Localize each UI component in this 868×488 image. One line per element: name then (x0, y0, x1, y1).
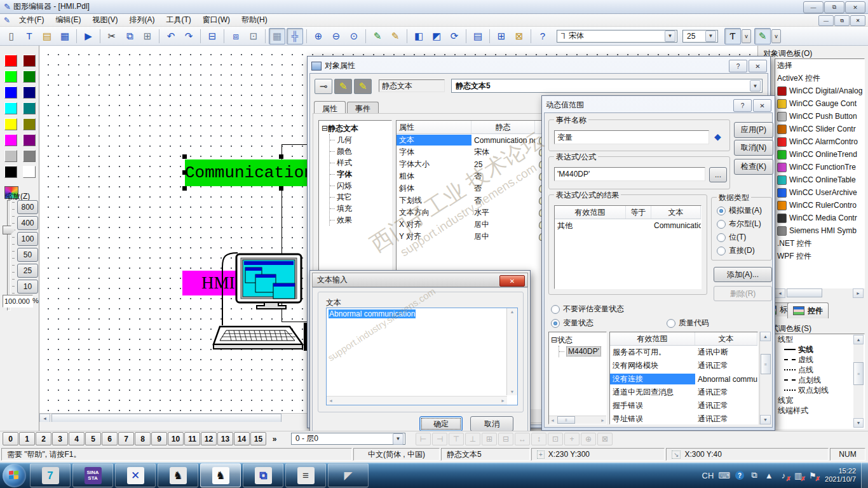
layer-button-9[interactable]: 9 (151, 432, 167, 445)
status-row[interactable]: 握手错误通讯正常 (610, 399, 757, 412)
textarea-vscrollbar[interactable]: ▲ ▼ (506, 308, 517, 395)
canvas-computer-clipart[interactable] (210, 249, 311, 358)
radio-直接(D)[interactable]: 直接(D) (717, 245, 755, 256)
new-text-button[interactable]: T (21, 28, 37, 44)
align-tool-4[interactable]: ⊞ (482, 433, 497, 445)
text-input-textarea[interactable]: Abnormal communication ▲ ▼ ◄ ► (326, 308, 518, 405)
tree-root[interactable]: ⊟ 静态文本 (322, 123, 391, 134)
style-item[interactable]: 点线 (775, 365, 864, 375)
layer-combo[interactable]: 0 - 层0 ▼ (291, 433, 405, 445)
menu-item-V[interactable]: 视图(V) (87, 13, 123, 27)
column-header[interactable]: 等于 (626, 206, 651, 219)
mdi-close-button[interactable]: ✕ (850, 15, 865, 26)
text-color-button[interactable]: Ƭ (724, 28, 741, 44)
menu-item-A[interactable]: 排列(A) (124, 13, 159, 27)
zoom-value-field[interactable]: 100.000 (3, 295, 33, 308)
cancel-button[interactable]: 取消(N) (734, 140, 773, 156)
align-tool-3[interactable]: ⊥ (465, 433, 480, 445)
scroll-left-icon[interactable]: ◄ (39, 414, 50, 422)
color-swatch[interactable] (4, 134, 17, 146)
mdi-minimize-button[interactable]: — (818, 15, 834, 26)
zoom-preset-10[interactable]: 10 (17, 280, 38, 294)
scroll-right-icon[interactable]: ► (853, 288, 864, 298)
cancel-button[interactable]: 取消 (470, 416, 513, 431)
zoom-out-button[interactable]: ⊖ (328, 28, 344, 44)
color-swatch[interactable] (23, 150, 36, 162)
align-tool-8[interactable]: ⊡ (548, 433, 563, 445)
text-color-dropdown[interactable]: v (742, 29, 751, 43)
tree-item-效果[interactable]: 效果 (330, 214, 391, 226)
check-button[interactable]: 检查(K) (734, 159, 773, 175)
tray-language-ch[interactable]: CH (702, 471, 714, 480)
close-button[interactable]: ✕ (749, 60, 767, 72)
help-button[interactable]: ? (729, 60, 747, 72)
scroll-down-icon[interactable]: ▼ (760, 415, 771, 424)
browse-button[interactable]: ... (709, 167, 727, 182)
expand-icon[interactable]: ⊟ (322, 124, 328, 133)
layer-button-13[interactable]: 13 (217, 432, 233, 445)
color-swatch[interactable] (4, 166, 17, 178)
selection-handle[interactable] (279, 186, 283, 191)
column-header[interactable]: 属性 (397, 121, 471, 133)
expression-field[interactable]: 'M440DP' (554, 167, 705, 181)
undo-button[interactable]: ↶ (163, 28, 179, 44)
language-button[interactable]: ⊠ (511, 28, 527, 44)
object-palette-button[interactable]: ⊡ (245, 28, 262, 44)
color-swatch[interactable] (4, 71, 17, 83)
textarea-hscrollbar[interactable]: ◄ ► (327, 396, 507, 405)
mdi-restore-button[interactable]: ⧉ (834, 15, 850, 26)
color-swatch[interactable] (4, 102, 17, 114)
style-item[interactable]: 线型 (775, 334, 864, 344)
layer-button-10[interactable]: 10 (168, 432, 184, 445)
restore-button[interactable]: ⧉ (824, 1, 844, 13)
color-swatch[interactable] (4, 55, 17, 67)
taskbar-clock[interactable]: 15:22 2021/10/7 (825, 467, 856, 484)
layer-button-0[interactable]: 0 (3, 432, 18, 445)
palette-item[interactable]: WinCC FunctionTre (775, 161, 864, 173)
selection-handle[interactable] (182, 170, 187, 175)
layer-button-5[interactable]: 5 (85, 432, 101, 445)
add-button[interactable]: 添加(A)... (714, 267, 772, 282)
scroll-thumb[interactable] (51, 414, 281, 422)
radio-不要评估变量状态[interactable]: 不要评估变量状态 (551, 304, 624, 315)
style-palette-tree[interactable]: 线型实线虚线点线点划线双点划线线宽线端样式 ▲ ≡ ▼ (775, 334, 865, 429)
style-item[interactable]: 虚线 (775, 355, 864, 365)
radio-位(T)[interactable]: 位(T) (717, 232, 746, 243)
color-swatch[interactable] (4, 150, 17, 162)
taskbar-simatic-manager[interactable]: 7 (30, 463, 71, 487)
palette-item[interactable]: 选择 (775, 59, 864, 72)
font-size-dropdown-icon[interactable]: ▼ (705, 30, 716, 42)
status-table[interactable]: 有效范围文本服务器不可用。通讯中断没有网络模块通讯正常没有连接Abnormal … (609, 332, 758, 424)
tab-controls[interactable]: 控件 (787, 302, 829, 318)
menu-item-E[interactable]: 编辑(E) (50, 13, 86, 27)
print-button[interactable]: ⊟ (204, 28, 220, 44)
tree-item-样式[interactable]: 样式 (330, 157, 391, 168)
tree-item-字体[interactable]: 字体 (330, 168, 391, 180)
zoom-preset-25[interactable]: 25 (17, 264, 38, 278)
palette-item[interactable]: WinCC Push Button (775, 110, 864, 123)
zoom-preset-50[interactable]: 50 (17, 248, 38, 262)
tray-show-hidden-icon[interactable]: ▲ (764, 471, 774, 480)
line-style-button[interactable]: ✎ (754, 28, 771, 44)
status-row[interactable]: 服务器不可用。通讯中断 (610, 346, 757, 359)
align-tool-6[interactable]: ↔ (515, 433, 530, 445)
library-button[interactable]: ⧈ (227, 28, 244, 44)
align-tool-2[interactable]: ⊤ (449, 433, 464, 445)
line-style-dropdown[interactable]: v (771, 29, 781, 43)
copy-button[interactable]: ⧉ (121, 28, 138, 44)
style-item[interactable]: 实线 (775, 344, 864, 355)
text-input-titlebar[interactable]: 文本输入 ✕ (312, 273, 528, 287)
result-row[interactable]: 其他Communication normal (555, 219, 701, 232)
palette-item[interactable]: WinCC Gauge Cont (775, 97, 864, 110)
selection-handle[interactable] (182, 154, 187, 159)
scroll-up-icon[interactable]: ▲ (853, 335, 864, 344)
scroll-left-icon[interactable]: ◄ (550, 418, 555, 423)
column-header[interactable]: 文本 (695, 332, 757, 345)
palette-item[interactable]: WPF 控件 (775, 250, 864, 262)
menu-item-T[interactable]: 工具(T) (161, 13, 196, 27)
status-row[interactable]: 通道中无回查消息通讯正常 (610, 386, 757, 399)
status-row[interactable]: 寻址错误通讯正常 (610, 412, 757, 424)
scroll-up-icon[interactable]: ▲ (760, 332, 771, 341)
new-picture-button[interactable]: ▯ (3, 28, 20, 44)
tray-help-icon[interactable]: ? (735, 471, 745, 480)
